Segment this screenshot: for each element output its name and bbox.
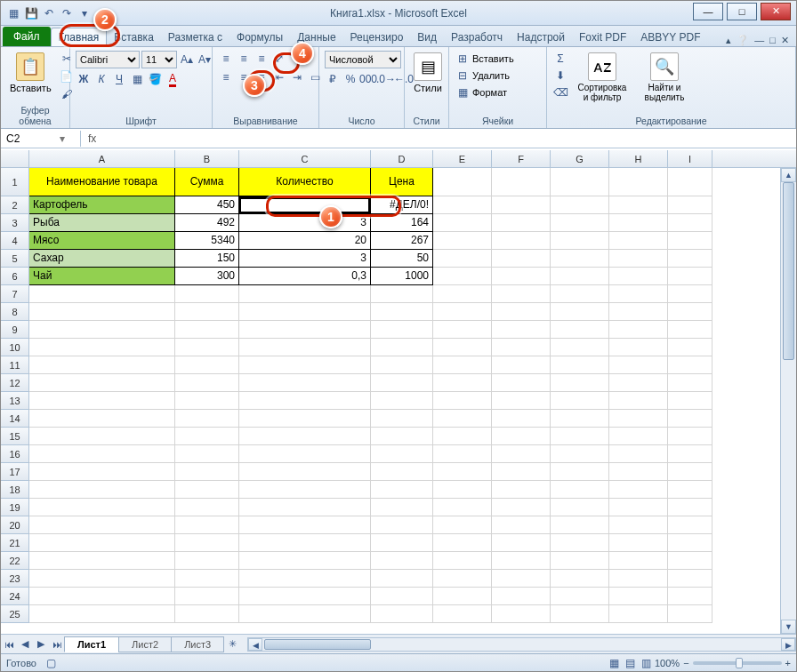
cell[interactable] [29,588,175,605]
cell[interactable] [433,214,492,232]
cell[interactable] [668,516,712,534]
doc-minimize-icon[interactable]: — [754,35,764,46]
cell[interactable] [433,356,492,374]
cell[interactable] [551,552,609,570]
cell[interactable] [239,445,371,463]
cell[interactable] [433,392,492,410]
cell[interactable] [239,570,371,588]
scroll-right-icon[interactable]: ▶ [781,638,795,651]
cell[interactable]: 20 [239,232,371,250]
col-header[interactable]: A [29,150,175,167]
increase-decimal-icon[interactable]: .0→ [378,71,394,87]
delete-cells-icon[interactable]: ⊟ [455,68,471,84]
cell[interactable] [371,570,433,588]
scroll-down-icon[interactable]: ▼ [781,620,796,634]
cell[interactable]: 492 [175,214,239,232]
cell[interactable] [29,481,175,499]
cell[interactable] [609,268,668,285]
cell[interactable] [433,374,492,392]
cell[interactable] [609,285,668,303]
cell[interactable] [371,410,433,428]
cell[interactable] [609,214,668,232]
cell[interactable] [433,410,492,428]
number-format-select[interactable]: Числовой [325,51,401,68]
cell[interactable] [433,196,492,214]
cell[interactable] [239,392,371,410]
tab-insert[interactable]: Вставка [107,28,161,46]
cell[interactable] [371,499,433,516]
cell[interactable] [668,232,712,250]
cell[interactable]: Мясо [29,232,175,250]
cell[interactable] [239,481,371,499]
view-normal-icon[interactable]: ▦ [607,655,623,671]
percent-icon[interactable]: % [342,71,358,87]
cell[interactable] [492,250,551,268]
cell[interactable] [175,481,239,499]
cell[interactable]: 3 [239,214,371,232]
cell[interactable] [175,285,239,303]
cell[interactable] [433,428,492,445]
cell[interactable] [551,605,609,623]
cell[interactable] [29,463,175,481]
row-header[interactable]: 6 [1,268,29,285]
cell[interactable] [433,481,492,499]
cell[interactable] [492,268,551,285]
cell[interactable] [551,250,609,268]
cell[interactable] [175,356,239,374]
cell[interactable] [492,516,551,534]
cell[interactable] [175,374,239,392]
cell[interactable] [551,410,609,428]
cell[interactable] [668,214,712,232]
sort-filter-button[interactable]: ᴀᴢ Сортировка и фильтр [572,51,632,104]
sheet-tab[interactable]: Лист1 [64,636,119,652]
cell[interactable] [492,534,551,552]
cell[interactable] [609,168,668,196]
row-header[interactable]: 18 [1,481,29,499]
cell[interactable] [29,410,175,428]
cell[interactable] [551,196,609,214]
cell[interactable]: Наименование товара [29,168,175,196]
cell[interactable] [175,428,239,445]
cell[interactable] [492,168,551,196]
bold-icon[interactable]: Ж [76,71,92,87]
cell[interactable] [175,605,239,623]
cell[interactable] [371,339,433,356]
cell[interactable] [492,339,551,356]
sheet-nav-first-icon[interactable]: ⏮ [1,639,17,650]
cell[interactable] [609,499,668,516]
cell[interactable] [551,534,609,552]
horizontal-scrollbar[interactable]: ◀ ▶ [247,637,796,652]
cell[interactable] [371,588,433,605]
row-header[interactable]: 15 [1,428,29,445]
cell[interactable] [433,445,492,463]
cell[interactable] [239,356,371,374]
name-box-input[interactable] [6,132,60,145]
cell[interactable]: 164 [371,214,433,232]
cell[interactable] [371,356,433,374]
fill-color-icon[interactable]: 🪣 [147,71,163,87]
help-icon[interactable]: ❔ [737,35,749,46]
cell[interactable] [551,232,609,250]
underline-icon[interactable]: Ч [111,71,127,87]
autosum-icon[interactable]: Σ [552,51,568,67]
cell[interactable] [433,499,492,516]
vertical-scrollbar[interactable]: ▲ ▼ [780,168,796,634]
font-name-select[interactable]: Calibri [76,51,140,68]
cell[interactable] [433,250,492,268]
cell[interactable] [609,481,668,499]
cell[interactable] [433,552,492,570]
cell[interactable] [609,410,668,428]
row-header[interactable]: 9 [1,321,29,339]
cell[interactable] [239,428,371,445]
tab-file[interactable]: Файл [3,27,51,46]
cell[interactable] [29,534,175,552]
select-all-corner[interactable] [1,150,29,167]
cell[interactable]: Картофель [29,196,175,214]
cell[interactable] [371,481,433,499]
cell[interactable] [239,516,371,534]
cell[interactable] [371,303,433,321]
cell[interactable] [371,463,433,481]
cell[interactable] [239,196,371,214]
cell[interactable] [29,374,175,392]
cell[interactable] [551,303,609,321]
